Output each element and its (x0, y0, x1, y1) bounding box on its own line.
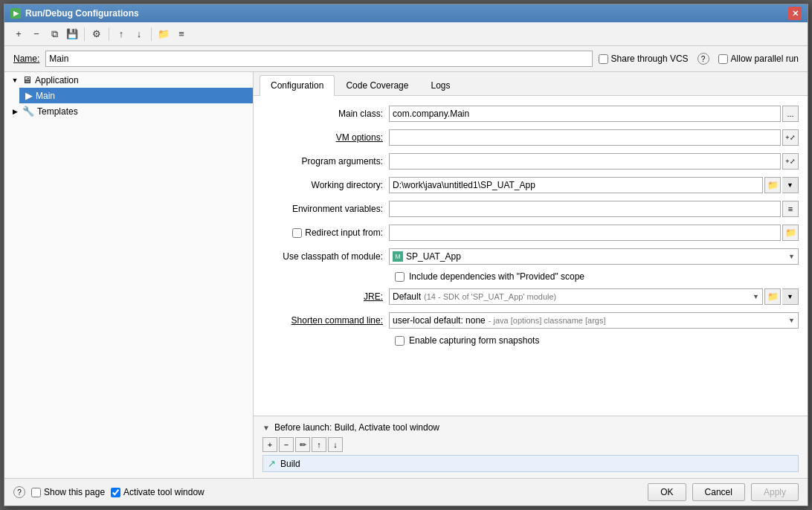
vm-options-input-group: +⤢ (389, 129, 799, 146)
working-dir-input[interactable] (389, 177, 763, 193)
working-dir-dropdown-btn[interactable]: ▼ (782, 177, 799, 193)
redirect-input-checkbox[interactable] (292, 228, 302, 238)
env-vars-label: Environment variables: (262, 204, 389, 214)
main-class-label: Main class: (262, 109, 389, 119)
program-args-input-group: +⤢ (389, 153, 799, 170)
build-item: ↗ Build (262, 455, 799, 472)
tab-logs[interactable]: Logs (419, 75, 461, 95)
application-children: ▶ Main (4, 88, 253, 103)
before-launch-edit-btn[interactable]: ✏ (295, 437, 310, 452)
application-label: Application (35, 75, 79, 85)
left-panel: ▼ 🖥 Application ▶ Main ▶ 🔧 Templates (4, 72, 254, 478)
bottom-left: ? Show this page Activate tool window (13, 486, 204, 498)
sort-button[interactable]: ≡ (173, 26, 190, 42)
before-launch-remove-btn[interactable]: − (279, 437, 294, 452)
show-this-page-label[interactable]: Show this page (31, 487, 105, 497)
allow-parallel-label[interactable]: Allow parallel run (718, 54, 799, 64)
show-this-page-checkbox[interactable] (31, 488, 41, 497)
settings-button[interactable]: ⚙ (88, 26, 105, 42)
copy-button[interactable]: ⧉ (46, 26, 62, 42)
classpath-row: Use classpath of module: M SP_UAT_App ▼ (262, 248, 799, 265)
working-dir-input-group: 📁 ▼ (389, 177, 799, 193)
title-bar: ▶ Run/Debug Configurations ✕ (4, 4, 808, 22)
up-button[interactable]: ↑ (113, 26, 129, 42)
jre-row: JRE: Default (14 - SDK of 'SP_UAT_App' m… (262, 288, 799, 306)
toolbar-sep-1 (84, 28, 85, 41)
tree-item-templates[interactable]: ▶ 🔧 Templates (4, 103, 253, 119)
title-bar-left: ▶ Run/Debug Configurations (10, 8, 139, 19)
include-deps-row: Include dependencies with "Provided" sco… (262, 271, 799, 282)
vm-options-input[interactable] (389, 129, 781, 146)
activate-tool-window-label[interactable]: Activate tool window (111, 487, 204, 497)
add-button[interactable]: + (10, 26, 27, 42)
tab-code-coverage[interactable]: Code Coverage (335, 75, 419, 95)
tree-item-main[interactable]: ▶ Main (19, 88, 253, 103)
bottom-right: OK Cancel Apply (648, 483, 799, 501)
activate-tool-window-text: Activate tool window (123, 487, 204, 497)
folder-button[interactable]: 📁 (155, 26, 172, 42)
before-launch-section: ▼ Before launch: Build, Activate tool wi… (254, 416, 808, 478)
classpath-select[interactable]: M SP_UAT_App ▼ (389, 248, 799, 265)
program-args-input[interactable] (389, 153, 781, 170)
redirect-input-row: Redirect input from: 📁 (262, 224, 799, 242)
tabs: Configuration Code Coverage Logs (254, 72, 808, 96)
vm-options-label: VM options: (262, 132, 389, 143)
before-launch-add-btn[interactable]: + (262, 437, 277, 452)
before-launch-up-btn[interactable]: ↑ (312, 437, 326, 452)
env-vars-input-group: ≡ (389, 201, 799, 217)
enable-snapshots-checkbox[interactable] (395, 336, 405, 346)
jre-folder-btn[interactable]: 📁 (764, 288, 781, 305)
shorten-cmdline-row: Shorten command line: user-local default… (262, 312, 799, 329)
vm-options-expand-btn[interactable]: +⤢ (782, 129, 799, 146)
tree-item-application[interactable]: ▼ 🖥 Application (4, 72, 253, 88)
expand-arrow-application: ▼ (10, 77, 19, 84)
main-class-input[interactable] (389, 106, 781, 122)
include-deps-checkbox[interactable] (395, 272, 405, 282)
name-right: Share through VCS ? Allow parallel run (599, 53, 799, 65)
classpath-label: Use classpath of module: (262, 251, 389, 262)
build-label: Build (280, 459, 300, 469)
shorten-cmdline-select[interactable]: user-local default: none - java [options… (389, 312, 799, 329)
redirect-input-group: 📁 (389, 225, 799, 241)
main-class-browse-button[interactable]: ... (782, 106, 799, 122)
apply-button[interactable]: Apply (751, 483, 799, 501)
env-vars-edit-btn[interactable]: ≡ (782, 201, 799, 217)
jre-dropdown-btn[interactable]: ▼ (782, 288, 799, 305)
tab-configuration[interactable]: Configuration (260, 75, 335, 96)
program-args-row: Program arguments: +⤢ (262, 152, 799, 170)
close-button[interactable]: ✕ (788, 7, 802, 20)
program-args-expand-btn[interactable]: +⤢ (782, 153, 799, 170)
help-icon-button[interactable]: ? (13, 486, 25, 498)
module-icon: M (393, 251, 403, 262)
main-class-row: Main class: ... (262, 105, 799, 123)
down-button[interactable]: ↓ (131, 26, 147, 42)
working-dir-folder-btn[interactable]: 📁 (764, 177, 781, 193)
bottom-bar: ? Show this page Activate tool window OK… (4, 478, 808, 506)
enable-snapshots-row: Enable capturing form snapshots (262, 335, 799, 346)
dialog-title: Run/Debug Configurations (25, 8, 139, 19)
activate-tool-window-checkbox[interactable] (111, 488, 120, 497)
collapse-arrow[interactable]: ▼ (262, 424, 270, 432)
program-args-label: Program arguments: (262, 156, 389, 167)
ok-button[interactable]: OK (648, 483, 686, 501)
save-button[interactable]: 💾 (64, 26, 80, 42)
before-launch-down-btn[interactable]: ↓ (328, 437, 343, 452)
before-launch-label: Before launch: Build, Activate tool wind… (274, 422, 439, 433)
allow-parallel-checkbox[interactable] (718, 54, 728, 64)
vm-options-row: VM options: +⤢ (262, 129, 799, 146)
main-label: Main (36, 91, 55, 101)
redirect-input-folder-btn[interactable]: 📁 (782, 225, 799, 241)
share-vcs-label[interactable]: Share through VCS (599, 54, 689, 64)
cancel-button[interactable]: Cancel (692, 483, 745, 501)
jre-select[interactable]: Default (14 - SDK of 'SP_UAT_App' module… (389, 288, 763, 305)
env-vars-input[interactable] (389, 201, 781, 217)
share-vcs-checkbox[interactable] (599, 54, 608, 64)
shorten-cmdline-label: Shorten command line: (262, 315, 389, 326)
help-button[interactable]: ? (697, 53, 709, 65)
remove-button[interactable]: − (28, 26, 45, 42)
name-input[interactable] (45, 51, 592, 67)
redirect-input-input[interactable] (389, 225, 781, 241)
main-class-input-group: ... (389, 106, 799, 122)
jre-detail: (14 - SDK of 'SP_UAT_App' module) (424, 292, 556, 301)
run-debug-dialog: ▶ Run/Debug Configurations ✕ + − ⧉ 💾 ⚙ ↑… (4, 4, 808, 506)
